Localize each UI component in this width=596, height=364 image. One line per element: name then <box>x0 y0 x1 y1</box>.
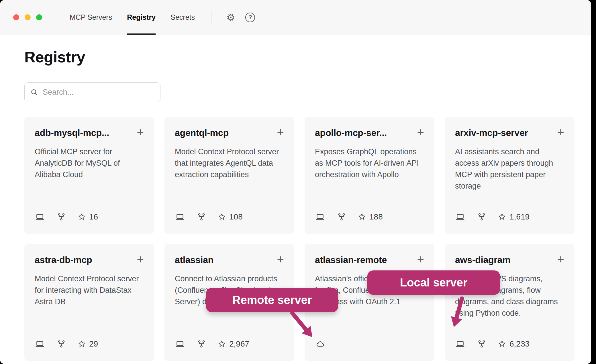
add-server-button[interactable]: + <box>414 128 424 137</box>
star-icon <box>358 213 366 221</box>
help-icon[interactable]: ? <box>245 13 255 22</box>
card-footer: 16 <box>35 212 144 221</box>
laptop-icon <box>35 339 45 349</box>
star-count-group: 188 <box>358 212 383 221</box>
add-server-button[interactable]: + <box>134 128 144 137</box>
star-icon <box>218 340 226 348</box>
cloud-icon <box>315 339 326 349</box>
git-fork-icon <box>197 339 206 349</box>
star-count: 1,619 <box>509 212 530 221</box>
star-count-group: 2,967 <box>218 339 249 349</box>
zoom-window-button[interactable] <box>36 14 42 20</box>
laptop-icon <box>35 212 45 221</box>
card-grid: adb-mysql-mcp... + Official MCP server f… <box>24 117 575 361</box>
star-count-group: 29 <box>78 339 98 349</box>
server-description: AI assistants search and access arXiv pa… <box>455 146 564 192</box>
server-card[interactable]: apollo-mcp-ser... + Exposes GraphQL oper… <box>305 117 434 234</box>
titlebar: MCP Servers Registry Secrets ⚙ ? <box>0 0 591 35</box>
git-fork-icon <box>477 339 486 349</box>
git-fork-icon <box>197 212 206 221</box>
star-icon <box>218 213 226 221</box>
star-icon <box>78 340 86 348</box>
server-description: Model Context Protocol server for intera… <box>35 273 144 308</box>
add-server-button[interactable]: + <box>554 128 564 137</box>
main-content: Registry adb-mysql-mcp... + Official MCP… <box>0 35 591 364</box>
star-count: 2,967 <box>229 339 249 349</box>
laptop-icon <box>315 212 325 221</box>
settings-gear-icon[interactable]: ⚙ <box>226 13 235 22</box>
search-input[interactable] <box>43 88 154 97</box>
laptop-icon <box>175 339 185 349</box>
laptop-icon <box>455 212 465 221</box>
server-card[interactable]: atlassian + Connect to Atlassian product… <box>164 244 294 361</box>
close-window-button[interactable] <box>13 14 19 20</box>
card-footer: 29 <box>35 339 144 349</box>
add-server-button[interactable]: + <box>274 128 284 137</box>
server-description: Generate AWS diagrams, sequence diagrams… <box>455 273 564 319</box>
git-fork-icon <box>477 212 486 221</box>
star-count-group: 108 <box>218 212 243 221</box>
card-footer: 6,233 <box>455 339 564 349</box>
star-count: 16 <box>89 212 98 221</box>
card-footer: 108 <box>175 212 284 221</box>
server-description: Atlassian's official MCP server for Jira… <box>315 273 424 308</box>
server-name: apollo-mcp-ser... <box>315 128 387 138</box>
laptop-icon <box>175 212 185 221</box>
card-footer: 2,967 <box>175 339 284 349</box>
card-footer <box>315 339 424 349</box>
add-server-button[interactable]: + <box>554 255 564 264</box>
server-card[interactable]: aws-diagram + Generate AWS diagrams, seq… <box>445 244 575 361</box>
star-count-group: 16 <box>78 212 98 221</box>
server-card[interactable]: arxiv-mcp-server + AI assistants search … <box>445 117 575 234</box>
server-card[interactable]: astra-db-mcp + Model Context Protocol se… <box>24 244 154 361</box>
star-count: 29 <box>89 339 98 349</box>
add-server-button[interactable]: + <box>414 255 424 264</box>
star-count: 6,233 <box>509 339 530 349</box>
card-footer: 188 <box>315 212 424 221</box>
star-count: 108 <box>229 212 243 221</box>
star-icon <box>498 213 506 221</box>
tab-registry[interactable]: Registry <box>127 0 156 35</box>
server-description: Model Context Protocol server that integ… <box>175 146 284 181</box>
server-name: adb-mysql-mcp... <box>35 128 109 138</box>
star-icon <box>498 340 506 348</box>
git-fork-icon <box>57 339 66 349</box>
server-name: aws-diagram <box>455 255 510 265</box>
server-description: Official MCP server for AnalyticDB for M… <box>35 146 144 181</box>
server-description: Exposes GraphQL operations as MCP tools … <box>315 146 424 181</box>
titlebar-divider <box>211 11 211 24</box>
tab-mcp-servers[interactable]: MCP Servers <box>70 0 112 35</box>
server-name: astra-db-mcp <box>35 255 92 265</box>
git-fork-icon <box>337 212 346 221</box>
star-count-group: 1,619 <box>498 212 530 221</box>
search-box[interactable] <box>24 82 160 102</box>
server-name: agentql-mcp <box>175 128 229 138</box>
laptop-icon <box>455 339 465 349</box>
tab-secrets[interactable]: Secrets <box>170 0 195 35</box>
server-card[interactable]: atlassian-remote + Atlassian's official … <box>305 244 434 361</box>
server-card[interactable]: agentql-mcp + Model Context Protocol ser… <box>164 117 294 234</box>
traffic-lights <box>13 14 42 20</box>
app-window: MCP Servers Registry Secrets ⚙ ? Registr… <box>0 0 591 364</box>
star-count: 188 <box>369 212 383 221</box>
add-server-button[interactable]: + <box>274 255 284 264</box>
server-description: Connect to Atlassian products (Confluenc… <box>175 273 284 308</box>
git-fork-icon <box>57 212 66 221</box>
server-card[interactable]: adb-mysql-mcp... + Official MCP server f… <box>24 117 154 234</box>
server-name: atlassian-remote <box>315 255 387 265</box>
main-tabs: MCP Servers Registry Secrets <box>70 0 195 35</box>
minimize-window-button[interactable] <box>25 14 31 20</box>
star-count-group: 6,233 <box>498 339 530 349</box>
star-icon <box>78 213 86 221</box>
server-name: atlassian <box>175 255 213 265</box>
page-title: Registry <box>24 48 575 66</box>
card-footer: 1,619 <box>455 212 564 221</box>
server-name: arxiv-mcp-server <box>455 128 528 138</box>
search-icon <box>30 88 38 96</box>
add-server-button[interactable]: + <box>134 255 144 264</box>
